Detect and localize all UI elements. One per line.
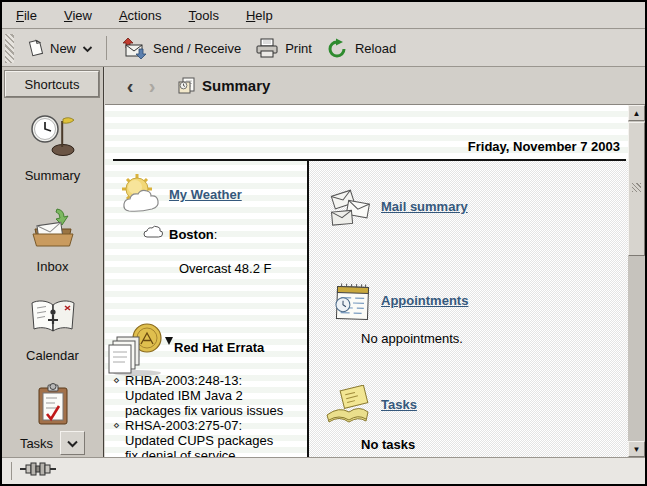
errata-item[interactable]: RHSA-2003:275-07: Updated CUPS packages … — [113, 418, 285, 457]
summary-folder-icon — [177, 77, 196, 95]
summary-date: Friday, November 7 2003 — [468, 139, 620, 154]
forward-button[interactable]: › — [141, 76, 163, 96]
scroll-down-button[interactable]: ▼ — [628, 441, 645, 457]
sidebar-item-inbox[interactable]: Inbox — [2, 207, 103, 274]
appointments-link[interactable]: Appointments — [381, 293, 468, 308]
summary-view: Friday, November 7 2003 My — [105, 105, 645, 457]
sidebar-item-calendar[interactable]: Calendar — [2, 299, 103, 363]
new-button[interactable]: New — [19, 35, 100, 61]
menu-view[interactable]: View — [64, 8, 92, 23]
scroll-up-button[interactable]: ▲ — [628, 105, 645, 121]
menu-help[interactable]: Help — [246, 8, 273, 23]
errata-list: RHBA-2003:248-13: Updated IBM Java 2 pac… — [113, 373, 285, 457]
chevron-down-icon — [82, 41, 93, 56]
tasks-panel-icon — [321, 385, 373, 435]
send-receive-button[interactable]: Send / Receive — [113, 33, 248, 64]
print-icon — [255, 38, 279, 59]
chevron-down-icon — [66, 434, 79, 452]
calendar-icon — [29, 299, 77, 341]
new-button-label: New — [50, 41, 76, 56]
appointments-status: No appointments. — [361, 331, 463, 346]
send-receive-icon — [120, 37, 147, 60]
toolbar: New Send / Receive — [2, 30, 645, 67]
sidebar-item-calendar-label: Calendar — [26, 348, 79, 363]
cloud-icon — [143, 225, 163, 243]
mail-summary-link[interactable]: Mail summary — [381, 199, 468, 214]
vertical-scrollbar[interactable]: ▲ ▼ — [628, 105, 645, 457]
weather-icon — [117, 173, 165, 223]
reload-icon — [326, 38, 349, 59]
errata-title: Red Hat Errata — [165, 337, 264, 355]
tasks-link[interactable]: Tasks — [381, 397, 417, 412]
sidebar-item-tasks[interactable] — [2, 383, 103, 431]
print-button[interactable]: Print — [248, 34, 319, 63]
toolbar-grip[interactable] — [5, 34, 14, 63]
weather-conditions: Overcast 48.2 F — [179, 261, 271, 276]
folder-title-bar: ‹ › Summary — [105, 67, 645, 105]
scroll-down-icon: ▼ — [633, 445, 641, 454]
shortcut-group-dropdown-button[interactable] — [60, 431, 85, 455]
summary-right-column: Mail summary — [309, 161, 628, 457]
summary-left-column: My Weather Boston: Overcast 48.2 F — [105, 161, 307, 457]
errata-item[interactable]: RHBA-2003:248-13: Updated IBM Java 2 pac… — [113, 373, 285, 418]
menu-bar: File View Actions Tools Help — [2, 2, 645, 29]
red-hat-errata-icon — [107, 321, 165, 381]
sidebar-item-tasks-label[interactable]: Tasks — [20, 436, 53, 451]
errata-marker-icon — [165, 337, 173, 345]
menu-tools[interactable]: Tools — [189, 8, 219, 23]
new-document-icon — [26, 39, 44, 57]
scroll-up-icon: ▲ — [633, 109, 641, 118]
print-label: Print — [285, 41, 312, 56]
tasks-status: No tasks — [361, 437, 415, 452]
sidebar-item-tasks-row: Tasks — [2, 431, 103, 455]
scrollbar-thumb[interactable] — [628, 122, 645, 256]
application-window: File View Actions Tools Help New — [0, 0, 647, 486]
inbox-icon — [30, 207, 76, 252]
shortcut-bar: Shortcuts Summary — [2, 67, 104, 457]
weather-location: Boston: — [169, 227, 217, 242]
status-bar — [2, 457, 645, 484]
menu-actions[interactable]: Actions — [119, 8, 162, 23]
send-receive-label: Send / Receive — [153, 41, 241, 56]
sidebar-item-summary[interactable]: Summary — [2, 113, 103, 183]
summary-icon — [30, 113, 76, 161]
my-weather-link[interactable]: My Weather — [169, 187, 242, 202]
shortcuts-group-button[interactable]: Shortcuts — [5, 71, 99, 97]
view-title: Summary — [202, 77, 270, 94]
reload-label: Reload — [355, 41, 396, 56]
menu-file[interactable]: File — [16, 8, 37, 23]
toolbar-separator — [106, 36, 107, 60]
tasks-icon — [33, 383, 73, 431]
statusbar-separator — [11, 462, 12, 480]
sidebar-item-summary-label: Summary — [25, 168, 81, 183]
appointments-icon — [331, 279, 375, 327]
summary-body: Friday, November 7 2003 My — [105, 105, 628, 457]
back-button[interactable]: ‹ — [119, 76, 141, 96]
sidebar-item-inbox-label: Inbox — [37, 259, 69, 274]
online-status-icon[interactable] — [19, 461, 57, 481]
reload-button[interactable]: Reload — [319, 34, 403, 63]
mail-summary-icon — [327, 187, 375, 233]
